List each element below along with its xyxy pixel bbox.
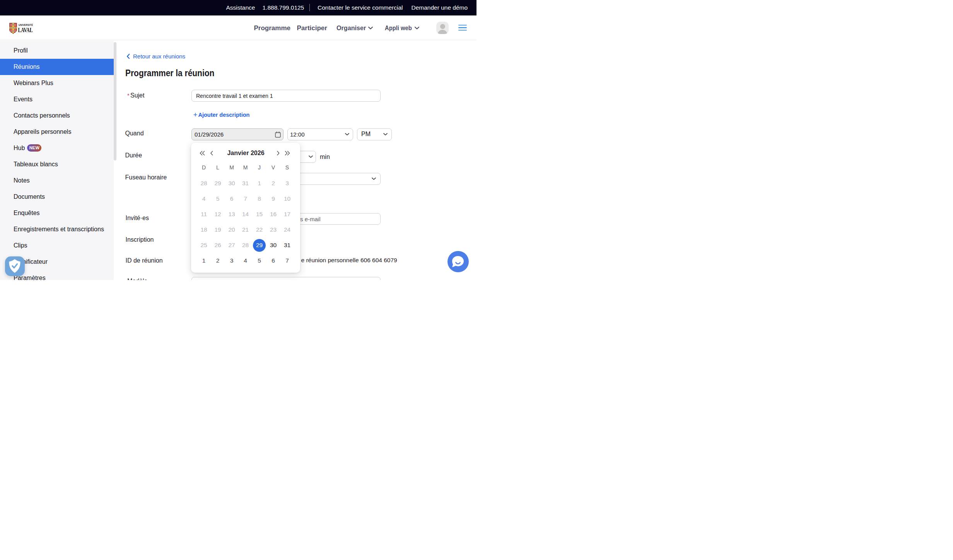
svg-text:LAVAL: LAVAL [18, 26, 33, 34]
